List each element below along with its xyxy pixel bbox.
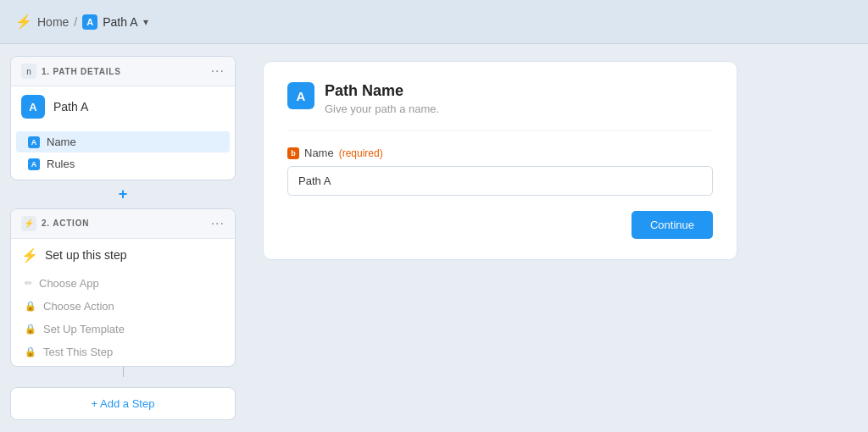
lock-icon-test: 🔒 <box>25 346 36 357</box>
choose-action-label: Choose Action <box>43 300 114 313</box>
action-sub-items: ✏ Choose App 🔒 Choose Action 🔒 Set Up Te… <box>21 274 225 362</box>
action-sub-choose-app[interactable]: ✏ Choose App <box>21 274 225 293</box>
add-step-btn-wrap: + Add a Step <box>10 387 236 420</box>
name-input[interactable] <box>287 166 713 196</box>
header: ⚡ Home / A Path A ▾ <box>0 0 868 44</box>
choose-app-label: Choose App <box>39 277 99 290</box>
plus-icon: + <box>119 186 128 203</box>
section-header-left: n 1. PATH DETAILS <box>21 64 121 79</box>
form-card: A Path Name Give your path a name. b Nam… <box>263 61 737 260</box>
add-step-connector[interactable]: + <box>10 180 236 208</box>
form-card-header-text: Path Name Give your path a name. <box>325 82 439 115</box>
path-details-header: n 1. PATH DETAILS ··· <box>11 57 235 86</box>
lightning-icon: ⚡ <box>15 14 32 30</box>
right-panel: A Path Name Give your path a name. b Nam… <box>246 44 868 432</box>
path-details-card: n 1. PATH DETAILS ··· A Path A A Name A … <box>10 56 236 180</box>
path-name[interactable]: Path A <box>103 15 137 29</box>
home-link[interactable]: Home <box>37 15 69 29</box>
action-header-left: ⚡ 2. ACTION <box>21 216 89 231</box>
lock-icon-action: 🔒 <box>25 301 36 312</box>
main-layout: n 1. PATH DETAILS ··· A Path A A Name A … <box>0 44 868 432</box>
action-title: 2. ACTION <box>42 219 89 228</box>
path-item-label: Path A <box>53 100 88 114</box>
path-details-icon: n <box>21 64 36 79</box>
action-body: ⚡ Set up this step ✏ Choose App 🔒 Choose… <box>11 239 235 368</box>
nav-item-name-label: Name <box>47 136 76 148</box>
chevron-down-icon[interactable]: ▾ <box>143 16 148 28</box>
name-label-badge: b <box>287 147 299 159</box>
breadcrumb: ⚡ Home / A Path A ▾ <box>15 14 148 30</box>
form-card-header: A Path Name Give your path a name. <box>287 82 713 131</box>
test-step-label: Test This Step <box>43 346 113 358</box>
nav-items: A Name A Rules <box>11 127 235 180</box>
breadcrumb-separator: / <box>74 15 77 29</box>
name-field: b Name (required) <box>287 147 713 196</box>
path-item-row: A Path A <box>11 86 235 127</box>
path-details-menu-icon[interactable]: ··· <box>211 64 225 79</box>
action-sub-test-step: 🔒 Test This Step <box>21 342 225 362</box>
name-label-text: Name <box>304 147 334 159</box>
action-setup-label: Set up this step <box>45 248 127 262</box>
lock-icon-template: 🔒 <box>25 324 36 335</box>
path-item-badge: A <box>21 95 45 119</box>
form-path-badge: A <box>287 82 314 109</box>
path-badge: A <box>82 14 97 30</box>
add-step-button[interactable]: + Add a Step <box>10 387 236 420</box>
nav-item-rules-badge: A <box>28 158 40 170</box>
form-card-subtitle: Give your path a name. <box>325 102 439 115</box>
bottom-connector-line <box>123 367 124 377</box>
action-header-row: ⚡ Set up this step <box>21 247 225 263</box>
sidebar: n 1. PATH DETAILS ··· A Path A A Name A … <box>0 44 246 432</box>
action-icon: ⚡ <box>21 216 36 231</box>
name-required-text: (required) <box>339 147 383 159</box>
action-menu-icon[interactable]: ··· <box>211 216 225 231</box>
nav-item-name-badge: A <box>28 136 40 148</box>
continue-button[interactable]: Continue <box>632 211 713 239</box>
setup-template-label: Set Up Template <box>43 323 125 335</box>
form-card-footer: Continue <box>287 211 713 239</box>
action-lightning-icon: ⚡ <box>21 247 38 263</box>
action-sub-choose-action: 🔒 Choose Action <box>21 296 225 316</box>
action-sub-setup-template: 🔒 Set Up Template <box>21 319 225 339</box>
nav-item-rules[interactable]: A Rules <box>16 153 230 174</box>
action-header: ⚡ 2. ACTION ··· <box>11 209 235 239</box>
nav-item-name[interactable]: A Name <box>16 131 230 152</box>
action-card: ⚡ 2. ACTION ··· ⚡ Set up this step ✏ Cho… <box>10 208 236 368</box>
path-details-title: 1. PATH DETAILS <box>42 67 121 76</box>
pencil-icon: ✏ <box>25 278 32 289</box>
form-card-title: Path Name <box>325 82 439 100</box>
nav-item-rules-label: Rules <box>47 158 75 170</box>
name-label: b Name (required) <box>287 147 713 159</box>
